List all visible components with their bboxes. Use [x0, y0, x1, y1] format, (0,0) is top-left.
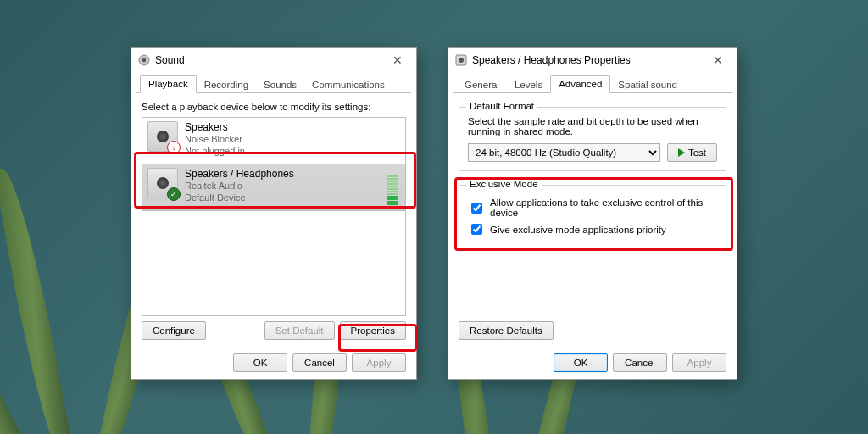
- level-meter: [387, 170, 398, 205]
- device-row-selected[interactable]: Speakers / Headphones Realtek Audio Defa…: [142, 164, 405, 211]
- cancel-button[interactable]: Cancel: [613, 353, 667, 372]
- device-name: Speakers / Headphones: [185, 168, 383, 181]
- device-driver: Realtek Audio: [185, 181, 383, 192]
- exclusive-mode-group: Exclusive Mode Allow applications to tak…: [459, 185, 726, 250]
- default-format-group: Default Format Select the sample rate an…: [459, 107, 726, 171]
- tab-recording[interactable]: Recording: [197, 77, 256, 93]
- properties-button[interactable]: Properties: [340, 321, 406, 340]
- group-legend: Exclusive Mode: [466, 179, 542, 189]
- tab-playback[interactable]: Playback: [140, 75, 197, 93]
- speaker-properties-dialog: Speakers / Headphones Properties ✕ Gener…: [448, 47, 737, 380]
- default-format-desc: Select the sample rate and bit depth to …: [468, 116, 717, 136]
- restore-defaults-button[interactable]: Restore Defaults: [459, 321, 554, 340]
- exclusive-priority-checkbox[interactable]: Give exclusive mode applications priorit…: [468, 221, 717, 237]
- device-row[interactable]: Speakers Noise Blocker Not plugged in: [142, 118, 405, 164]
- device-status: Not plugged in: [185, 146, 400, 158]
- close-icon[interactable]: ✕: [704, 51, 732, 70]
- titlebar[interactable]: Speakers / Headphones Properties ✕: [448, 48, 737, 72]
- sound-dialog: Sound ✕ Playback Recording Sounds Commun…: [131, 47, 417, 380]
- status-badge-error-icon: [167, 141, 181, 154]
- ok-button[interactable]: OK: [233, 353, 287, 372]
- tab-spatial-sound[interactable]: Spatial sound: [610, 77, 685, 93]
- sound-icon: [138, 54, 150, 66]
- ok-button[interactable]: OK: [554, 353, 608, 372]
- checkbox-input[interactable]: [471, 224, 482, 235]
- sound-tabs: Playback Recording Sounds Communications: [136, 72, 411, 93]
- tab-advanced[interactable]: Advanced: [550, 75, 610, 93]
- window-title: Sound: [155, 54, 384, 66]
- tab-sounds[interactable]: Sounds: [256, 77, 304, 93]
- tab-communications[interactable]: Communications: [304, 77, 392, 93]
- cancel-button[interactable]: Cancel: [292, 353, 347, 372]
- svg-point-3: [459, 58, 464, 63]
- exclusive-control-checkbox[interactable]: Allow applications to take exclusive con…: [468, 198, 717, 218]
- speaker-icon: [455, 54, 467, 66]
- group-legend: Default Format: [466, 101, 537, 111]
- speaker-icon: [147, 121, 178, 152]
- configure-button[interactable]: Configure: [142, 321, 206, 340]
- tab-general[interactable]: General: [457, 77, 507, 93]
- checkbox-input[interactable]: [471, 203, 482, 214]
- properties-tabs: General Levels Advanced Spatial sound: [453, 72, 732, 93]
- window-title: Speakers / Headphones Properties: [472, 54, 704, 66]
- speaker-icon: [147, 168, 178, 198]
- svg-point-1: [142, 58, 146, 62]
- instruction-text: Select a playback device below to modify…: [142, 102, 406, 112]
- tab-levels[interactable]: Levels: [507, 77, 550, 93]
- titlebar[interactable]: Sound ✕: [131, 48, 416, 72]
- close-icon[interactable]: ✕: [384, 51, 411, 70]
- test-button[interactable]: Test: [667, 143, 717, 162]
- device-list[interactable]: Speakers Noise Blocker Not plugged in Sp…: [142, 117, 406, 316]
- device-driver: Noise Blocker: [185, 134, 400, 146]
- play-icon: [678, 148, 685, 157]
- apply-button[interactable]: Apply: [352, 353, 406, 372]
- sample-rate-select[interactable]: 24 bit, 48000 Hz (Studio Quality): [468, 143, 660, 162]
- device-name: Speakers: [185, 121, 400, 134]
- status-badge-default-icon: [167, 187, 181, 201]
- device-status: Default Device: [185, 192, 383, 204]
- apply-button[interactable]: Apply: [672, 353, 726, 372]
- set-default-button[interactable]: Set Default: [264, 321, 335, 340]
